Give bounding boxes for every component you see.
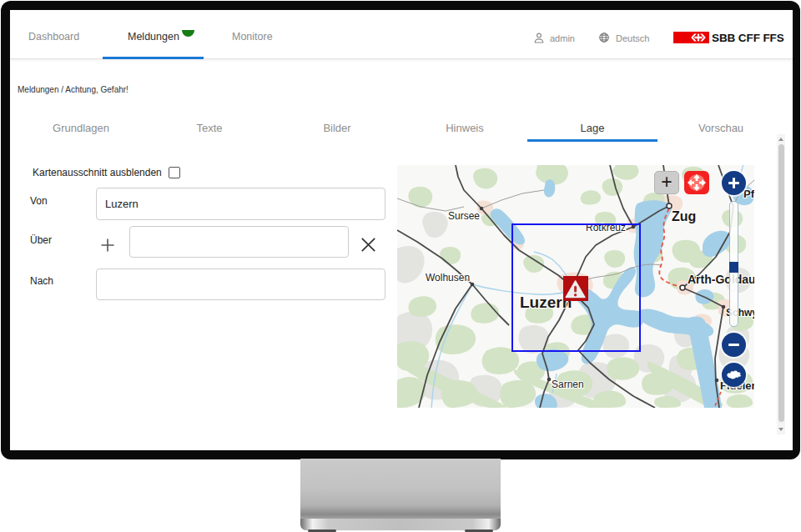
svg-text:Sarnen: Sarnen [552,379,584,390]
svg-text:Arth-Goldau: Arth-Goldau [688,273,754,286]
svg-text:Zug: Zug [672,209,696,223]
svg-text:Sursee: Sursee [448,210,480,222]
svg-text:Wolhusen: Wolhusen [426,272,470,284]
